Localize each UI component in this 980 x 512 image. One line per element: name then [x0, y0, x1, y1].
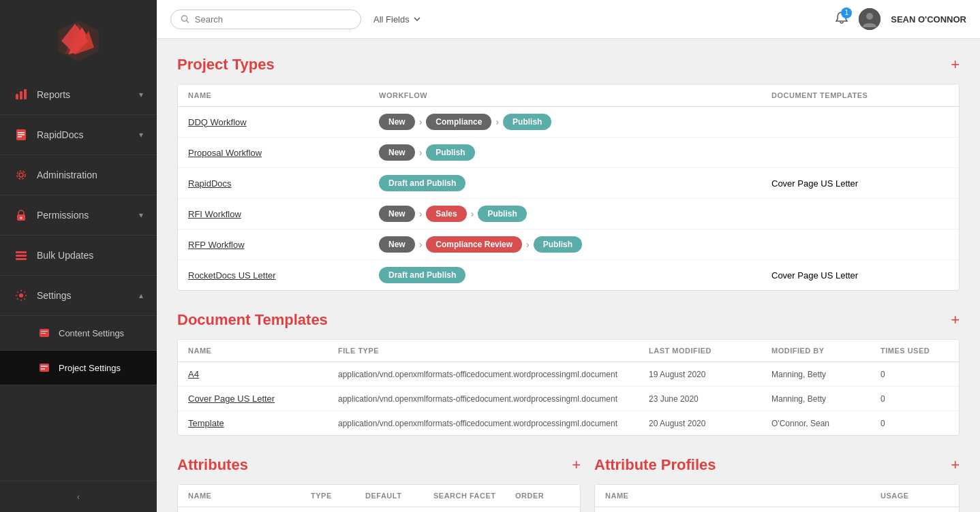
workflow-arrow: › — [419, 208, 423, 219]
attribute-profiles-section: Attribute Profiles + NAME USAGE Healthca… — [594, 456, 960, 512]
col-header-name: NAME — [188, 91, 379, 99]
cell-modified-by: Manning, Betty — [771, 394, 881, 404]
search-box[interactable] — [170, 10, 361, 29]
cell-times-used: 0 — [881, 394, 949, 404]
col-header-times-used: TIMES USED — [881, 347, 949, 355]
field-select[interactable]: All Fields — [368, 12, 426, 27]
attribute-profiles-title: Attribute Profiles — [594, 456, 716, 474]
cell-name[interactable]: Cover Page US Letter — [188, 394, 338, 404]
workflow-arrow: › — [419, 147, 423, 158]
svg-rect-6 — [18, 132, 25, 133]
svg-rect-19 — [41, 333, 46, 334]
cell-file-type: application/vnd.openxmlformats-officedoc… — [338, 419, 649, 428]
workflow-arrow: › — [471, 208, 474, 219]
search-area: All Fields — [170, 10, 426, 29]
project-types-add-button[interactable]: + — [951, 57, 960, 72]
svg-point-12 — [20, 217, 22, 219]
logo-area — [0, 0, 157, 75]
lock-icon — [14, 208, 29, 223]
col-header-file-type: FILE TYPE — [338, 347, 649, 355]
sidebar-item-administration-label: Administration — [37, 170, 97, 180]
cell-name[interactable]: RFP Workflow — [188, 240, 379, 250]
sidebar-item-reports[interactable]: Reports ▾ — [0, 75, 157, 115]
col-header-order: ORDER — [515, 492, 570, 500]
chevron-down-icon: ▾ — [139, 130, 143, 140]
col-header-modified-by: MODIFIED BY — [771, 347, 881, 355]
attributes-title: Attributes — [177, 456, 248, 474]
cell-name[interactable]: RFI Workflow — [188, 209, 379, 219]
sidebar-item-project-settings[interactable]: Project Settings — [0, 351, 157, 385]
sidebar: Reports ▾ RapidDocs ▾ — [0, 0, 157, 512]
attribute-profiles-add-button[interactable]: + — [951, 458, 960, 473]
project-icon — [37, 360, 52, 375]
sidebar-item-settings[interactable]: Settings ▴ — [0, 276, 157, 316]
workflow-arrow: › — [419, 239, 423, 250]
col-header-usage: USAGE — [881, 492, 949, 500]
workflow-badge: New — [379, 114, 415, 130]
attribute-profiles-table-header: NAME USAGE — [595, 485, 959, 507]
cell-doc-template: Cover Page US Letter — [771, 270, 949, 281]
sidebar-collapse-button[interactable]: ‹ — [0, 481, 157, 512]
workflow-badge: Sales — [426, 206, 466, 222]
document-templates-header: Document Templates + — [177, 311, 960, 329]
page-content: Project Types + NAME WORKFLOW DOCUMENT T… — [157, 39, 980, 512]
workflow-badge: Publish — [534, 236, 582, 253]
attribute-profiles-rows: Healthcare0Medical0 — [595, 507, 959, 512]
document-icon — [14, 127, 29, 142]
chevron-down-icon: ▾ — [139, 90, 143, 99]
cell-modified-by: Manning, Betty — [771, 370, 881, 379]
cell-last-modified: 23 June 2020 — [649, 394, 771, 404]
cell-file-type: application/vnd.openxmlformats-officedoc… — [338, 370, 649, 379]
document-templates-rows: A4application/vnd.openxmlformats-officed… — [178, 362, 959, 435]
table-row: Templateapplication/vnd.openxmlformats-o… — [178, 411, 959, 435]
table-row: RFI WorkflowNew›Sales›Publish — [178, 199, 959, 229]
cell-name[interactable]: Template — [188, 418, 338, 428]
project-types-header: Project Types + — [177, 56, 960, 74]
search-input[interactable] — [195, 14, 351, 25]
svg-rect-14 — [16, 255, 27, 257]
cell-name[interactable]: A4 — [188, 369, 338, 379]
workflow-badge: Draft and Publish — [379, 175, 465, 191]
user-name[interactable]: SEAN O'CONNOR — [891, 14, 966, 25]
cell-name[interactable]: DDQ Workflow — [188, 117, 379, 127]
sidebar-item-bulk-updates-label: Bulk Updates — [37, 250, 93, 261]
sidebar-item-content-settings[interactable]: Content Settings — [0, 316, 157, 351]
table-row: Proposal WorkflowNew›Publish — [178, 138, 959, 168]
table-row: SubmissionDateDateNo — [178, 507, 580, 512]
sidebar-item-project-settings-label: Project Settings — [59, 363, 121, 373]
table-row: A4application/vnd.openxmlformats-officed… — [178, 362, 959, 387]
cell-modified-by: O'Connor, Sean — [771, 419, 881, 428]
svg-point-10 — [17, 171, 25, 179]
sidebar-item-administration[interactable]: Administration — [0, 155, 157, 195]
main-content: All Fields 1 SEAN O'C — [157, 0, 980, 512]
svg-rect-18 — [41, 331, 48, 332]
svg-line-24 — [187, 20, 189, 22]
cell-name[interactable]: Proposal Workflow — [188, 148, 379, 158]
cell-name[interactable]: RocketDocs US Letter — [188, 270, 379, 281]
cell-name[interactable]: RapidDocs — [188, 178, 379, 189]
table-row: RocketDocs US LetterDraft and PublishCov… — [178, 260, 959, 290]
chevron-up-icon: ▴ — [139, 291, 143, 300]
workflow-badge: Publish — [503, 114, 551, 130]
sidebar-item-bulk-updates[interactable]: Bulk Updates — [0, 236, 157, 276]
col-header-default: DEFAULT — [365, 492, 433, 500]
document-templates-add-button[interactable]: + — [951, 313, 960, 327]
sidebar-item-permissions[interactable]: Permissions ▾ — [0, 195, 157, 236]
attributes-add-button[interactable]: + — [572, 458, 581, 473]
col-header-doc-templates: DOCUMENT TEMPLATES — [771, 91, 949, 99]
svg-rect-15 — [16, 258, 27, 260]
svg-rect-3 — [20, 91, 22, 99]
svg-rect-4 — [24, 89, 27, 99]
cell-workflow: New›Sales›Publish — [379, 206, 771, 222]
workflow-badge: Compliance Review — [426, 236, 522, 253]
workflow-badge: New — [379, 206, 415, 222]
sidebar-item-rapiddocs[interactable]: RapidDocs ▾ — [0, 115, 157, 155]
table-row: Healthcare0 — [595, 507, 959, 512]
attributes-section: Attributes + NAME TYPE DEFAULT SEARCH FA… — [177, 456, 581, 512]
gear-icon — [14, 167, 29, 182]
app-logo — [55, 17, 102, 65]
project-types-table: NAME WORKFLOW DOCUMENT TEMPLATES DDQ Wor… — [177, 84, 960, 291]
svg-point-16 — [19, 293, 23, 298]
notification-bell[interactable]: 1 — [835, 11, 848, 28]
col-header-workflow: WORKFLOW — [379, 91, 771, 99]
